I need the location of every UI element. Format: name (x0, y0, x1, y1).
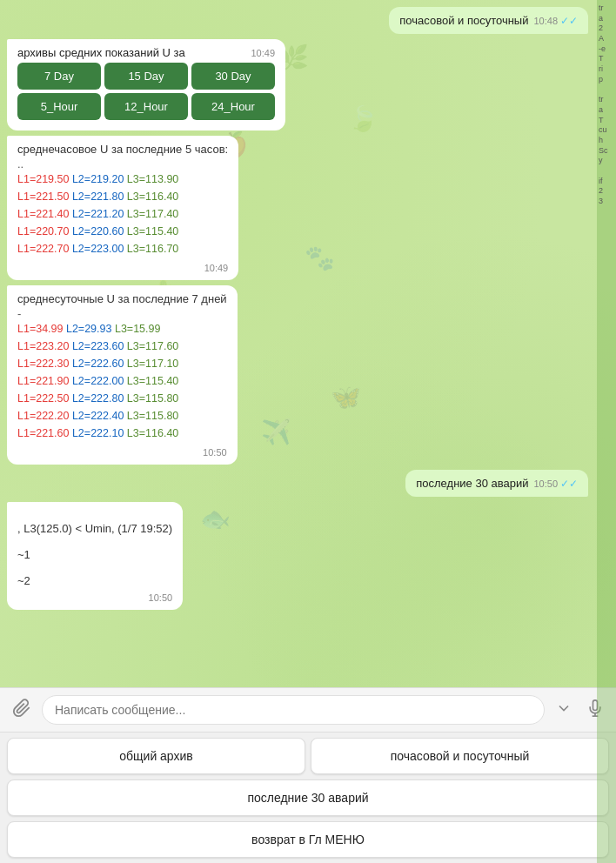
daily-title: среднесуточные U за последние 7 дней (17, 292, 227, 305)
archives-text: архивы средних показаний U за (17, 46, 185, 59)
right-strip: tr a 2 A -e T ri p tr a T cu h Sc y if 2… (597, 0, 616, 863)
attach-icon (12, 699, 31, 718)
btn-24hour[interactable]: 24_Hour (191, 93, 275, 120)
btn-5hour[interactable]: 5_Hour (17, 93, 101, 120)
daily-prefix: - (17, 307, 227, 320)
archives-header-message: архивы средних показаний U за 10:49 7 Da… (7, 39, 285, 130)
top-right-message-text: почасовой и посуточный (399, 14, 528, 27)
input-bar (0, 687, 616, 732)
daily-line-7: L1=221.60 L2=222.10 L3=116.40 (17, 425, 227, 442)
kb-btn-general-archive[interactable]: общий архив (7, 738, 305, 774)
hourly-time: 10:49 (204, 263, 229, 273)
hourly-prefix: .. (17, 157, 228, 171)
kb-btn-main-menu[interactable]: возврат в Гл МЕНЮ (7, 821, 609, 858)
keyboard-area: общий архив почасовой и посуточный после… (0, 732, 616, 863)
daily-time: 10:50 (203, 447, 227, 458)
attach-button[interactable] (9, 697, 35, 724)
message-input[interactable] (42, 695, 545, 725)
btn-12hour[interactable]: 12_Hour (104, 93, 188, 120)
daily-line-4: L1=221.90 L2=222.00 L3=115.40 (17, 372, 227, 390)
hourly-line-4: L1=220.70 L2=220.60 L3=115.40 (17, 223, 228, 240)
scroll-down-icon (555, 699, 572, 717)
hourly-line-2: L1=221.50 L2=221.80 L3=116.40 (17, 188, 228, 205)
btn-15day[interactable]: 15 Day (104, 63, 188, 90)
daily-line-3: L1=222.30 L2=222.60 L3=117.10 (17, 355, 227, 372)
archives-time: 10:49 (251, 48, 275, 58)
top-message-time: 10:48 ✓✓ (533, 15, 578, 27)
scroll-down-button[interactable] (552, 698, 576, 723)
daily-line-6: L1=222.20 L2=222.40 L3=115.80 (17, 407, 227, 425)
alarms-data-text: , L3(125.0) < Umin, (1/7 19:52) ~1 ~2 (17, 509, 172, 587)
hourly-line-3: L1=221.40 L2=221.20 L3=117.40 (17, 205, 228, 223)
hour-buttons-row: 5_Hour 12_Hour 24_Hour (17, 93, 275, 120)
alarms-request-text: последние 30 аварий (416, 477, 528, 490)
hourly-title: среднечасовое U за последние 5 часов: (17, 143, 228, 156)
kb-row-2: последние 30 аварий (7, 779, 609, 816)
kb-btn-hourly-daily[interactable]: почасовой и посуточный (311, 738, 609, 774)
btn-30day[interactable]: 30 Day (191, 63, 275, 90)
kb-btn-last-30-alarms[interactable]: последние 30 аварий (7, 779, 609, 816)
hourly-line-1: L1=219.50 L2=219.20 L3=113.90 (17, 171, 228, 188)
hourly-line-5: L1=222.70 L2=223.00 L3=116.70 (17, 240, 228, 258)
chat-area: почасовой и посуточный 10:48 ✓✓ архивы с… (0, 0, 616, 687)
alarms-request-message: последние 30 аварий 10:50 ✓✓ (405, 470, 588, 497)
daily-data-message: среднесуточные U за последние 7 дней - L… (7, 285, 238, 465)
hourly-data-message: среднечасовое U за последние 5 часов: ..… (7, 136, 238, 280)
top-right-message: почасовой и посуточный 10:48 ✓✓ (389, 7, 588, 34)
alarms-data-time: 10:50 (149, 592, 173, 603)
kb-row-3: возврат в Гл МЕНЮ (7, 821, 609, 858)
alarms-request-time: 10:50 ✓✓ (533, 478, 578, 490)
day-buttons-row: 7 Day 15 Day 30 Day (17, 63, 275, 90)
daily-line-5: L1=222.50 L2=222.80 L3=115.80 (17, 390, 227, 407)
archives-header: архивы средних показаний U за 10:49 (17, 46, 275, 59)
btn-7day[interactable]: 7 Day (17, 63, 101, 90)
daily-line-2: L1=223.20 L2=223.60 L3=117.60 (17, 338, 227, 355)
kb-row-1: общий архив почасовой и посуточный (7, 738, 609, 774)
alarms-data-message: , L3(125.0) < Umin, (1/7 19:52) ~1 ~2 10… (7, 502, 183, 610)
daily-line-1: L1=34.99 L2=29.93 L3=15.99 (17, 320, 227, 338)
